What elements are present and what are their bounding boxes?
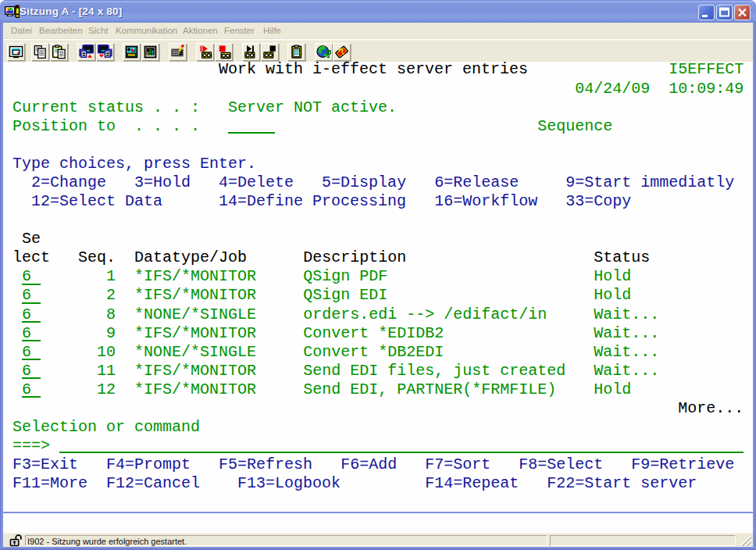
svg-text:?: ? bbox=[325, 47, 331, 59]
